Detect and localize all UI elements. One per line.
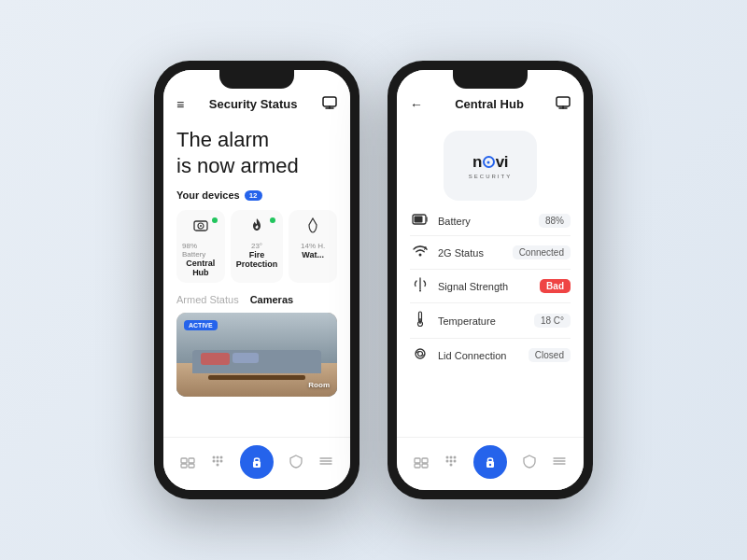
info-list: Battery 88% A [397, 210, 584, 437]
active-badge: ACTIVE [184, 320, 218, 330]
svg-point-35 [446, 455, 449, 458]
alarm-text: The alarm is now armed [176, 127, 337, 178]
screen2-title: Central Hub [455, 97, 524, 111]
devices-row: 98% Battery Central Hub 23° Fire Protect… [176, 210, 337, 283]
device-icon-3 [307, 217, 318, 238]
svg-point-11 [213, 459, 216, 462]
logo-box: n vi SECURITY [444, 131, 537, 201]
info-row-battery: Battery 88% [410, 214, 571, 228]
battery-icon [410, 214, 430, 228]
device-dot-2 [270, 217, 275, 223]
svg-point-36 [450, 455, 453, 458]
svg-point-23 [419, 254, 422, 257]
phone-2: ← Central Hub n [388, 61, 593, 499]
notch-2 [453, 70, 528, 89]
nav-shield-1[interactable] [289, 454, 303, 471]
temp-label: Temperature [438, 315, 527, 327]
svg-point-13 [220, 459, 223, 462]
2g-value: Connected [513, 245, 571, 259]
nav-lock-1[interactable] [240, 445, 274, 479]
svg-point-9 [217, 455, 219, 458]
tab-armed-status[interactable]: Armed Status [176, 294, 239, 305]
svg-point-10 [220, 455, 223, 458]
svg-point-30 [418, 352, 423, 357]
svg-point-25 [419, 290, 421, 292]
notification-icon-1[interactable] [322, 96, 337, 112]
signal-icon: A [410, 244, 430, 261]
device-stat-1: 98% Battery [182, 242, 219, 259]
info-row-temp: Temperature 18 C° [410, 311, 571, 330]
signal-value: Bad [540, 279, 571, 293]
svg-rect-20 [557, 97, 570, 106]
svg-point-38 [446, 459, 449, 462]
nav-home-2[interactable] [414, 454, 429, 471]
device-dot-1 [212, 217, 218, 223]
camera-preview[interactable]: ACTIVE Room [176, 313, 337, 397]
battery-label: Battery [438, 216, 531, 227]
device-stat-3: 14% H. [301, 242, 325, 250]
signal-label: Signal Strength [438, 281, 532, 292]
svg-rect-33 [415, 464, 420, 468]
svg-point-39 [450, 459, 453, 462]
svg-point-41 [450, 463, 453, 466]
screen2-content: n vi SECURITY [397, 119, 584, 437]
battery-value: 88% [539, 214, 571, 228]
device-card-fire[interactable]: 23° Fire Protection [231, 210, 284, 283]
logo-ring [483, 156, 495, 168]
devices-count-badge: 12 [245, 190, 262, 201]
svg-rect-5 [189, 458, 194, 463]
screen-1: ≡ Security Status The alarm is now armed… [163, 70, 350, 490]
screen1-content: The alarm is now armed Your devices 12 [163, 119, 350, 437]
menu-icon[interactable]: ≡ [176, 97, 184, 112]
notch-1 [219, 70, 294, 89]
back-icon[interactable]: ← [410, 97, 423, 112]
device-name-3: Wat... [302, 250, 324, 259]
svg-point-29 [416, 349, 425, 358]
device-card-water[interactable]: 14% H. Wat... [289, 210, 337, 283]
svg-point-12 [217, 459, 219, 462]
lid-label: Lid Connection [438, 350, 521, 361]
temp-icon [410, 311, 430, 330]
nav-lock-2[interactable] [473, 445, 507, 479]
screen-2: ← Central Hub n [397, 70, 584, 490]
logo-area: n vi SECURITY [397, 119, 584, 210]
tab-cameras[interactable]: Cameras [250, 294, 293, 305]
logo-n: n [472, 153, 482, 172]
phone-1: ≡ Security Status The alarm is now armed… [154, 61, 359, 499]
svg-point-3 [200, 225, 202, 227]
2g-label: 2G Status [438, 247, 505, 259]
svg-text:A: A [424, 245, 428, 251]
nav-keypad-1[interactable] [210, 454, 225, 471]
svg-rect-28 [419, 318, 421, 324]
device-stat-2: 23° [251, 242, 262, 250]
room-label: Room [308, 381, 330, 389]
nav-more-2[interactable] [552, 454, 567, 471]
svg-point-16 [256, 464, 258, 466]
svg-point-37 [454, 455, 457, 458]
temp-value: 18 C° [534, 314, 571, 328]
lid-value: Closed [529, 348, 571, 362]
notification-icon-2[interactable] [556, 96, 571, 112]
nav-keypad-2[interactable] [444, 454, 458, 471]
svg-rect-4 [181, 458, 187, 463]
svg-rect-31 [415, 458, 420, 463]
antenna-icon [410, 277, 430, 295]
svg-rect-7 [189, 464, 194, 468]
logo-vi: vi [496, 153, 508, 172]
device-name-2: Fire Protection [236, 250, 278, 269]
svg-point-14 [217, 463, 219, 466]
devices-header: Your devices 12 [176, 189, 337, 201]
nav-more-1[interactable] [318, 454, 333, 471]
nav-home-1[interactable] [180, 454, 195, 471]
svg-point-8 [213, 455, 216, 458]
device-name-1: Central Hub [182, 259, 219, 277]
device-card-hub[interactable]: 98% Battery Central Hub [176, 210, 225, 283]
devices-label: Your devices [176, 189, 240, 201]
bottom-nav-1 [163, 437, 350, 490]
svg-point-43 [489, 464, 491, 466]
bottom-nav-2 [397, 437, 584, 490]
svg-rect-32 [422, 458, 428, 463]
info-row-signal: Signal Strength Bad [410, 277, 571, 295]
nav-shield-2[interactable] [522, 454, 537, 471]
svg-rect-0 [323, 97, 336, 106]
